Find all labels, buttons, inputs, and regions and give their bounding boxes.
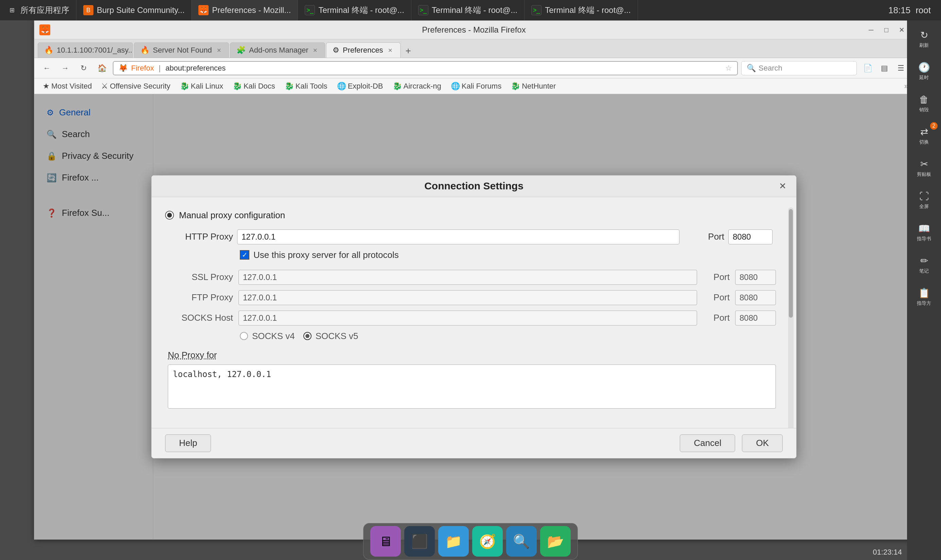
panel-instruct-btn[interactable]: 📋 指导方 [909, 282, 939, 312]
http-port-input[interactable] [728, 229, 773, 245]
window-minimize-btn[interactable]: ─ [864, 24, 878, 36]
taskbar-terminal-3[interactable]: >_ Terminal 终端 - root@... [524, 0, 638, 20]
use-proxy-checkbox[interactable]: ✓ [240, 250, 249, 260]
http-proxy-input[interactable] [237, 229, 679, 245]
fullscreen-icon: ⛶ [919, 191, 929, 202]
panel-fullscreen-btn[interactable]: ⛶ 全屏 [909, 185, 939, 215]
help-button[interactable]: Help [165, 434, 211, 452]
window-close-btn[interactable]: ✕ [895, 24, 909, 36]
taskbar-top: ⊞ 所有应用程序 B Burp Suite Community... 🦊 Pre… [0, 0, 941, 20]
bookmark-kali-tools[interactable]: 🐉 Kali Tools [281, 80, 331, 92]
new-tab-button[interactable]: + [401, 44, 415, 58]
bookmark-nethunter-label: NetHunter [522, 82, 556, 91]
panel-switch-btn[interactable]: ⇄ 切换 2 [909, 120, 939, 151]
panel-destroy-btn[interactable]: 🗑 销毁 [909, 88, 939, 119]
bookmark-nethunter[interactable]: 🐉 NetHunter [508, 80, 559, 92]
bookmark-offensive-security[interactable]: ⚔ Offensive Security [98, 80, 174, 92]
ok-button[interactable]: OK [742, 434, 783, 452]
panel-delay-btn[interactable]: 🕐 延时 [909, 56, 939, 86]
bookmark-forums-label: Kali Forums [462, 82, 501, 91]
dialog-scrollbar[interactable] [788, 208, 794, 428]
dock-item-files[interactable]: 🖥 [370, 526, 401, 557]
taskbar-terminal-1-label: Terminal 终端 - root@... [318, 5, 404, 15]
content-area: ⚙ General 🔍 Search 🔒 Privacy & Security … [34, 94, 913, 539]
panel-notes-btn[interactable]: ✏ 笔记 [909, 249, 939, 280]
socks-port-input[interactable] [735, 311, 776, 326]
reload-button[interactable]: ↻ [76, 61, 91, 76]
ssl-proxy-input[interactable] [239, 270, 697, 285]
taskbar-all-apps[interactable]: ⊞ 所有应用程序 [0, 0, 76, 20]
home-button[interactable]: 🏠 [94, 61, 110, 76]
tab-addons-label: Add-ons Manager [249, 46, 309, 55]
bookmark-most-visited[interactable]: ★ Most Visited [39, 80, 95, 92]
kali-linux-icon: 🐉 [180, 82, 189, 91]
terminal-icon-1: >_ [305, 5, 315, 15]
notes-icon: ✏ [920, 255, 928, 266]
taskbar-terminal-1[interactable]: >_ Terminal 终端 - root@... [298, 0, 411, 20]
terminal-icon-2: >_ [418, 5, 428, 15]
tab-addons[interactable]: 🧩 Add-ons Manager ✕ [230, 42, 325, 58]
ssl-port-input[interactable] [735, 270, 776, 285]
cancel-button[interactable]: Cancel [680, 434, 735, 452]
panel-guide-btn[interactable]: 📖 指导书 [909, 217, 939, 248]
socks-host-input[interactable] [239, 311, 697, 326]
bookmark-aircrack[interactable]: 🐉 Aircrack-ng [389, 80, 445, 92]
ftp-proxy-input[interactable] [239, 290, 697, 305]
delay-icon: 🕐 [918, 62, 930, 73]
no-proxy-textarea[interactable]: localhost, 127.0.0.1 [168, 365, 776, 409]
back-button[interactable]: ← [39, 61, 54, 76]
window-maximize-btn[interactable]: □ [879, 24, 893, 36]
socks-v4-radio[interactable] [240, 332, 248, 340]
manual-proxy-option[interactable]: Manual proxy configuration [165, 208, 776, 223]
dialog-header: Connection Settings ✕ [151, 175, 796, 197]
taskbar-firefox[interactable]: 🦊 Preferences - Mozill... [191, 0, 298, 20]
search-icon: 🔍 [747, 64, 756, 72]
reader-view-button[interactable]: 📄 [860, 61, 875, 76]
dock-item-files2[interactable]: 📁 [438, 526, 469, 557]
menu-button[interactable]: ☰ [893, 61, 909, 76]
bookmark-kali-forums[interactable]: 🌐 Kali Forums [447, 80, 505, 92]
tab-preferences[interactable]: ⚙ Preferences ✕ [326, 42, 401, 58]
socks-v5-option[interactable]: SOCKS v5 [303, 331, 358, 342]
panel-clipboard-btn[interactable]: ✂ 剪贴板 [909, 153, 939, 183]
sidebar-toggle-button[interactable]: ▤ [877, 61, 892, 76]
dialog-close-button[interactable]: ✕ [776, 179, 790, 193]
taskbar-terminal-2[interactable]: >_ Terminal 终端 - root@... [411, 0, 524, 20]
tab-server-close[interactable]: ✕ [215, 46, 222, 54]
tab-10[interactable]: 🔥 10.1.1.100:7001/_asy.. ✕ [38, 42, 133, 58]
taskbar-burp-label: Burp Suite Community... [97, 5, 185, 15]
right-panel: ↻ 刷新 🕐 延时 🗑 销毁 ⇄ 切换 2 ✂ 剪贴板 ⛶ 全屏 📖 指导书 ✏… [907, 20, 941, 560]
dock-item-files3[interactable]: 📂 [540, 526, 571, 557]
ftp-port-input[interactable] [735, 290, 776, 305]
socks-v4-option[interactable]: SOCKS v4 [240, 331, 295, 342]
http-proxy-label: HTTP Proxy [165, 231, 233, 242]
manual-proxy-label: Manual proxy configuration [179, 210, 285, 221]
panel-refresh-btn[interactable]: ↻ 刷新 [909, 24, 939, 54]
clock-time: 18:15 [889, 5, 910, 15]
bookmark-star-icon[interactable]: ☆ [725, 64, 732, 72]
socks-host-label: SOCKS Host [165, 312, 233, 323]
bookmark-kali-docs[interactable]: 🐉 Kali Docs [229, 80, 279, 92]
dock-item-terminal[interactable]: ⬛ [404, 526, 435, 557]
bookmark-exploit-db[interactable]: 🌐 Exploit-DB [333, 80, 387, 92]
dialog-overlay: Connection Settings ✕ Manual proxy confi… [34, 94, 913, 539]
dock-terminal-icon: ⬛ [411, 534, 428, 549]
manual-proxy-radio[interactable] [165, 211, 174, 220]
tab-server[interactable]: 🔥 Server Not Found ✕ [134, 42, 229, 58]
tab-addons-close[interactable]: ✕ [312, 46, 319, 54]
tab-preferences-close[interactable]: ✕ [387, 46, 394, 54]
search-bar[interactable]: 🔍 Search [741, 61, 857, 75]
bookmark-kali-linux[interactable]: 🐉 Kali Linux [177, 80, 227, 92]
firefox-label: Firefox [131, 64, 154, 72]
forward-button[interactable]: → [58, 61, 73, 76]
terminal-icon-3: >_ [531, 5, 541, 15]
taskbar-user: root [916, 5, 931, 15]
address-bar[interactable]: 🦊 Firefox | about:preferences ☆ [113, 61, 738, 75]
firefox-address-icon: 🦊 [119, 64, 128, 72]
dock-files-icon: 🖥 [379, 534, 392, 549]
dock-item-browser[interactable]: 🧭 [472, 526, 503, 557]
dialog-scrollable: Manual proxy configuration HTTP Proxy Po… [165, 208, 783, 418]
dock-item-search[interactable]: 🔍 [506, 526, 537, 557]
socks-v5-radio[interactable] [303, 332, 312, 340]
taskbar-burp[interactable]: B Burp Suite Community... [76, 0, 191, 20]
